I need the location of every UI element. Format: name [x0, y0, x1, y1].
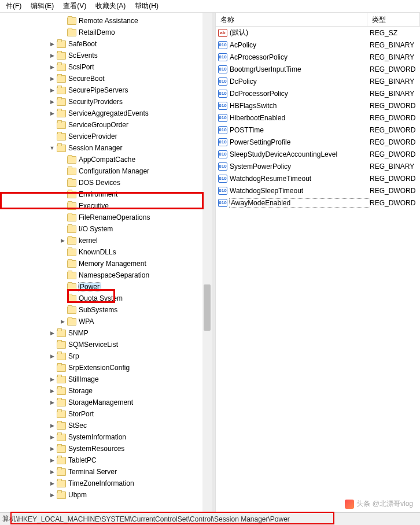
tree-item[interactable]: ▶ServiceGroupOrder [0, 119, 212, 131]
tree-item[interactable]: ▶Environment [0, 188, 212, 200]
value-name: (默认) [230, 28, 370, 38]
folder-icon [57, 422, 66, 430]
tree-item[interactable]: ▶SrpExtensionConfig [0, 362, 212, 374]
tree-item-label: Executive [79, 202, 109, 210]
chevron-down-icon[interactable]: ▼ [49, 145, 56, 151]
value-row[interactable]: 010HiberbootEnabledREG_DWORD [216, 112, 420, 124]
value-type: REG_DWORD [370, 187, 420, 195]
tree-item[interactable]: ▶DOS Devices [0, 177, 212, 188]
folder-icon [57, 121, 66, 129]
chevron-right-icon[interactable]: ▶ [49, 330, 56, 337]
value-row[interactable]: 010AwayModeEnabledREG_DWORD [216, 197, 420, 209]
tree-item[interactable]: ▶Terminal Server [0, 466, 212, 478]
tree-item[interactable]: ▶kernel [0, 235, 212, 246]
binary-value-icon: 010 [218, 114, 227, 122]
tree-item[interactable]: ▶SecurityProviders [0, 96, 212, 108]
chevron-right-icon[interactable]: ▶ [59, 237, 66, 244]
menu-view[interactable]: 查看(V) [58, 0, 91, 12]
tree-item[interactable]: ▶Quota System [0, 293, 212, 304]
col-header-name[interactable]: 名称 [216, 13, 367, 26]
chevron-right-icon[interactable]: ▶ [49, 98, 56, 105]
chevron-right-icon[interactable]: ▶ [49, 491, 56, 498]
value-row[interactable]: 010DcPolicyREG_BINARY [216, 75, 420, 87]
chevron-right-icon[interactable]: ▶ [49, 353, 56, 360]
tree-item[interactable]: ▶Ubpm [0, 489, 212, 501]
tree-item[interactable]: ▶SystemResources [0, 443, 212, 454]
value-row[interactable]: 010AcProcessorPolicyREG_BINARY [216, 51, 420, 63]
tree-item-label: Terminal Server [68, 468, 117, 476]
value-row[interactable]: 010PowerSettingProfileREG_DWORD [216, 136, 420, 148]
menu-favorites[interactable]: 收藏夹(A) [91, 0, 130, 12]
tree-item[interactable]: ▶Storage [0, 385, 212, 397]
chevron-right-icon[interactable]: ▶ [49, 387, 56, 394]
tree-item[interactable]: ▶ServiceAggregatedEvents [0, 108, 212, 119]
tree-item[interactable]: ▶Memory Management [0, 258, 212, 269]
chevron-right-icon[interactable]: ▶ [49, 64, 56, 71]
chevron-right-icon[interactable]: ▶ [49, 422, 56, 429]
value-row[interactable]: 010WatchdogSleepTimeoutREG_DWORD [216, 184, 420, 197]
value-row[interactable]: 010SleepStudyDeviceAccountingLevelREG_DW… [216, 148, 420, 160]
tree-item[interactable]: ▶ServiceProvider [0, 131, 212, 142]
tree-item[interactable]: ▶I/O System [0, 223, 212, 235]
chevron-right-icon[interactable]: ▶ [59, 318, 66, 325]
chevron-right-icon[interactable]: ▶ [49, 480, 56, 487]
status-path: \HKEY_LOCAL_MACHINE\SYSTEM\CurrentContro… [16, 515, 418, 523]
menu-file[interactable]: 件(F) [1, 0, 26, 12]
tree-item[interactable]: ▶StillImage [0, 374, 212, 385]
value-row[interactable]: 010SystemPowerPolicyREG_BINARY [216, 160, 420, 172]
tree-item[interactable]: ▶TimeZoneInformation [0, 478, 212, 489]
tree-item[interactable]: ▶SafeBoot [0, 38, 212, 50]
tree-item[interactable]: ▶SecureBoot [0, 73, 212, 84]
tree-item[interactable]: ▶SQMServiceList [0, 339, 212, 350]
value-row[interactable]: ab(默认)REG_SZ [216, 27, 420, 39]
value-row[interactable]: 010WatchdogResumeTimeoutREG_DWORD [216, 172, 420, 184]
tree-item[interactable]: ▶SNMP [0, 327, 212, 339]
value-row[interactable]: 010AcPolicyREG_BINARY [216, 39, 420, 51]
tree-item[interactable]: ▶ScEvents [0, 50, 212, 61]
tree-item[interactable]: ▶WPA [0, 316, 212, 327]
chevron-right-icon[interactable]: ▶ [49, 468, 56, 475]
col-header-type[interactable]: 类型 [367, 13, 420, 26]
tree-item[interactable]: ▶Power [0, 281, 212, 293]
tree-item[interactable]: ▶NamespaceSeparation [0, 269, 212, 281]
value-row[interactable]: 010HBFlagsSwitchREG_DWORD [216, 99, 420, 112]
chevron-right-icon[interactable]: ▶ [49, 110, 56, 117]
tree-item[interactable]: ▶TabletPC [0, 454, 212, 466]
tree-item[interactable]: ▶StorageManagement [0, 397, 212, 408]
value-type: REG_BINARY [370, 41, 420, 49]
value-row[interactable]: 010BootmgrUserInputTimeREG_DWORD [216, 63, 420, 75]
tree-scrollbar[interactable] [202, 13, 212, 512]
tree-item[interactable]: ▶KnownDLLs [0, 246, 212, 258]
chevron-right-icon[interactable]: ▶ [49, 376, 56, 383]
chevron-right-icon[interactable]: ▶ [49, 434, 56, 441]
tree-item[interactable]: ▶Configuration Manager [0, 165, 212, 177]
tree-item-label: SafeBoot [68, 40, 97, 48]
chevron-right-icon[interactable]: ▶ [49, 399, 56, 406]
chevron-right-icon[interactable]: ▶ [49, 445, 56, 452]
menu-help[interactable]: 帮助(H) [130, 0, 163, 12]
tree-item[interactable]: ▶SystemInformation [0, 431, 212, 443]
tree-item[interactable]: ▶FileRenameOperations [0, 212, 212, 223]
tree-item[interactable]: ▶RetailDemo [0, 27, 212, 38]
value-type: REG_BINARY [370, 53, 420, 61]
menu-edit[interactable]: 编辑(E) [26, 0, 58, 12]
chevron-right-icon[interactable]: ▶ [49, 40, 56, 47]
chevron-right-icon[interactable]: ▶ [49, 52, 56, 59]
splitter[interactable] [212, 13, 215, 512]
tree-item[interactable]: ▶Srp [0, 350, 212, 362]
tree-item[interactable]: ▶Executive [0, 200, 212, 212]
value-row[interactable]: 010POSTTimeREG_DWORD [216, 124, 420, 136]
tree-item[interactable]: ▶ScsiPort [0, 61, 212, 73]
tree-item[interactable]: ▶AppCompatCache [0, 154, 212, 165]
chevron-right-icon[interactable]: ▶ [49, 75, 56, 82]
chevron-right-icon[interactable]: ▶ [49, 457, 56, 464]
chevron-right-icon[interactable]: ▶ [49, 87, 56, 94]
tree-item[interactable]: ▶StSec [0, 420, 212, 431]
tree-item[interactable]: ▶SubSystems [0, 304, 212, 316]
tree-item[interactable]: ▶Remote Assistance [0, 15, 212, 27]
folder-icon [57, 491, 66, 499]
tree-item[interactable]: ▶SecurePipeServers [0, 84, 212, 96]
value-row[interactable]: 010DcProcessorPolicyREG_BINARY [216, 87, 420, 99]
tree-item[interactable]: ▶StorPort [0, 408, 212, 420]
tree-item[interactable]: ▼Session Manager [0, 142, 212, 154]
